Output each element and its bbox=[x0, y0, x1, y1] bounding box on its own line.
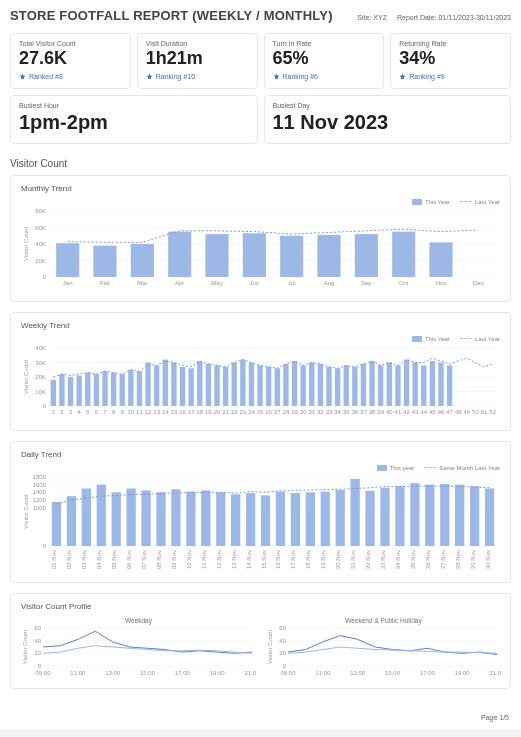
svg-rect-186 bbox=[485, 488, 494, 546]
kpi-total-visitor: Total Visitor Count 27.6K Ranked #8 bbox=[10, 33, 131, 89]
svg-rect-21 bbox=[429, 242, 452, 277]
svg-text:25 Nov: 25 Nov bbox=[410, 550, 416, 569]
swatch-icon bbox=[377, 465, 387, 471]
svg-text:21:00: 21:00 bbox=[489, 670, 501, 676]
svg-text:4: 4 bbox=[77, 409, 81, 415]
svg-text:09:00: 09:00 bbox=[35, 670, 51, 676]
svg-text:19 Nov: 19 Nov bbox=[320, 550, 326, 569]
kpi-rank: Ranking #6 bbox=[273, 73, 376, 80]
svg-rect-77 bbox=[326, 367, 331, 406]
svg-text:42: 42 bbox=[403, 409, 410, 415]
kpi-turn-in-rate: Turn In Rate 65% Ranking #6 bbox=[264, 33, 385, 89]
svg-text:0: 0 bbox=[43, 403, 47, 409]
svg-text:39: 39 bbox=[377, 409, 384, 415]
kpi-value: 27.6K bbox=[19, 49, 122, 69]
svg-rect-67 bbox=[240, 359, 245, 405]
svg-rect-59 bbox=[171, 362, 176, 406]
chart-weekend: 0204060Visitor Count09:0011:0013:0015:00… bbox=[266, 626, 501, 676]
svg-text:Feb: Feb bbox=[100, 280, 111, 286]
svg-rect-50 bbox=[94, 374, 99, 406]
svg-text:37: 37 bbox=[360, 409, 367, 415]
svg-rect-76 bbox=[318, 364, 323, 406]
svg-text:0: 0 bbox=[43, 543, 47, 549]
svg-text:34: 34 bbox=[334, 409, 341, 415]
svg-text:11:00: 11:00 bbox=[70, 670, 86, 676]
header: STORE FOOTFALL REPORT (WEEKLY / MONTHLY)… bbox=[10, 8, 511, 29]
svg-rect-90 bbox=[438, 362, 443, 406]
svg-rect-167 bbox=[201, 490, 210, 546]
svg-text:5: 5 bbox=[86, 409, 90, 415]
kpi-rank-text: Ranked #8 bbox=[29, 73, 63, 80]
svg-text:12 Nov: 12 Nov bbox=[216, 550, 222, 569]
svg-rect-48 bbox=[76, 375, 81, 405]
card-title: Visitor Count Profile bbox=[21, 602, 500, 611]
svg-rect-162 bbox=[127, 488, 136, 546]
label: Busiest Hour bbox=[19, 102, 249, 109]
legend-last-year: Last Year bbox=[460, 336, 500, 342]
svg-rect-168 bbox=[216, 492, 225, 546]
svg-rect-80 bbox=[352, 367, 357, 406]
card-visitor-profile: Visitor Count Profile Weekday 0204060Vis… bbox=[10, 593, 511, 689]
svg-text:18: 18 bbox=[196, 409, 203, 415]
svg-rect-160 bbox=[97, 484, 106, 545]
svg-rect-87 bbox=[412, 362, 417, 406]
svg-rect-180 bbox=[395, 486, 404, 546]
svg-text:25: 25 bbox=[257, 409, 264, 415]
star-icon bbox=[19, 73, 26, 80]
dash-icon bbox=[460, 338, 472, 339]
svg-rect-165 bbox=[171, 489, 180, 546]
svg-text:11 Nov: 11 Nov bbox=[201, 550, 207, 569]
card-weekly-trend: Weekly Trend This Year Last Year 010K20K… bbox=[10, 312, 511, 431]
svg-text:60K: 60K bbox=[35, 224, 46, 230]
svg-text:30 Nov: 30 Nov bbox=[485, 550, 491, 569]
svg-rect-73 bbox=[292, 361, 297, 406]
card-title: Monthly Trend bbox=[21, 184, 500, 193]
svg-rect-158 bbox=[67, 496, 76, 546]
svg-text:13:00: 13:00 bbox=[350, 670, 366, 676]
legend-this-year: This year bbox=[377, 465, 415, 471]
svg-text:36: 36 bbox=[352, 409, 359, 415]
svg-rect-161 bbox=[112, 492, 121, 546]
svg-text:13 Nov: 13 Nov bbox=[231, 550, 237, 569]
svg-text:Aug: Aug bbox=[324, 280, 335, 286]
kpi-rank-text: Ranking #6 bbox=[283, 73, 318, 80]
chart-weekday: 0204060Visitor Count09:0011:0013:0015:00… bbox=[21, 626, 256, 676]
svg-text:12: 12 bbox=[145, 409, 152, 415]
svg-rect-47 bbox=[68, 377, 73, 406]
svg-rect-91 bbox=[447, 365, 452, 406]
legend: This year Same Month Last Year bbox=[21, 465, 500, 471]
svg-text:0: 0 bbox=[283, 663, 287, 669]
svg-text:17:00: 17:00 bbox=[175, 670, 191, 676]
svg-rect-74 bbox=[300, 365, 305, 406]
svg-text:27 Nov: 27 Nov bbox=[440, 550, 446, 569]
svg-rect-183 bbox=[440, 484, 449, 546]
svg-rect-45 bbox=[51, 380, 56, 406]
dash-icon bbox=[424, 467, 436, 468]
svg-text:17:00: 17:00 bbox=[420, 670, 436, 676]
svg-text:1: 1 bbox=[52, 409, 56, 415]
svg-rect-174 bbox=[306, 492, 315, 546]
svg-rect-181 bbox=[410, 483, 419, 546]
svg-rect-14 bbox=[168, 231, 191, 276]
svg-text:Sep: Sep bbox=[361, 280, 372, 286]
svg-text:46: 46 bbox=[438, 409, 445, 415]
svg-rect-163 bbox=[141, 490, 150, 546]
svg-text:13: 13 bbox=[153, 409, 160, 415]
svg-text:19:00: 19:00 bbox=[455, 670, 471, 676]
svg-text:08 Nov: 08 Nov bbox=[156, 550, 162, 569]
svg-text:31: 31 bbox=[308, 409, 315, 415]
svg-text:20 Nov: 20 Nov bbox=[335, 550, 341, 569]
svg-text:Jan: Jan bbox=[63, 280, 73, 286]
busiest-day: Busiest Day 11 Nov 2023 bbox=[264, 95, 512, 144]
chart-monthly: 020K40K60K80KVisitor CountJanFebMarAprMa… bbox=[21, 209, 501, 289]
card-title: Weekly Trend bbox=[21, 321, 500, 330]
value: 1pm-2pm bbox=[19, 111, 249, 133]
svg-text:23 Nov: 23 Nov bbox=[380, 550, 386, 569]
svg-text:52: 52 bbox=[489, 409, 496, 415]
date-block: Report Date: 01/11/2023-30/11/2023 bbox=[397, 14, 511, 21]
legend-label: Last Year bbox=[475, 336, 500, 342]
kpi-rank: Ranking #9 bbox=[399, 73, 502, 80]
label: Busiest Day bbox=[273, 102, 503, 109]
svg-text:29: 29 bbox=[291, 409, 298, 415]
svg-text:30K: 30K bbox=[35, 359, 46, 365]
